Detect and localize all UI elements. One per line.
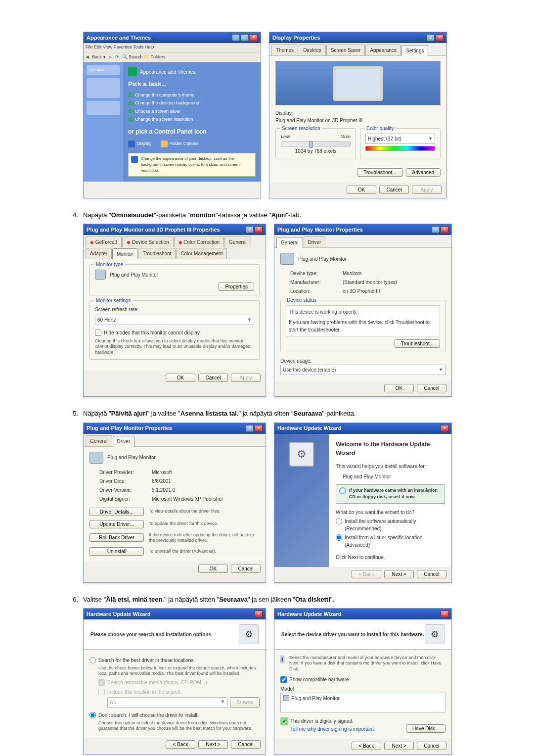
- tab-troubleshoot[interactable]: Troubleshoot: [138, 248, 176, 259]
- color-bar: [365, 146, 435, 151]
- task-item[interactable]: Change the desktop background: [128, 100, 256, 107]
- troubleshoot-button[interactable]: Troubleshoot...: [395, 339, 440, 348]
- model-label: Model: [280, 685, 445, 693]
- apply-button[interactable]: Apply: [231, 374, 261, 382]
- properties-button[interactable]: Properties: [219, 283, 254, 291]
- browse-button: Browse: [230, 697, 260, 708]
- task-item[interactable]: Choose a screen saver: [128, 108, 256, 115]
- close-icon[interactable]: ×: [255, 425, 263, 432]
- pnp-monitor-driver-dialog: Plug and Play Monitor Properties ?× Gene…: [83, 423, 266, 583]
- pnp-monitor-general-dialog: Plug and Play Monitor Properties ? × Gen…: [274, 224, 452, 397]
- monitor-type-group: Monitor type: [94, 261, 125, 268]
- device-usage-select[interactable]: Use this device (enable)▼: [280, 365, 445, 375]
- back-button[interactable]: < Back: [166, 740, 195, 749]
- tab-screensaver[interactable]: Screen Saver: [326, 45, 365, 55]
- monitor-name: Plug and Play Monitor: [110, 271, 158, 279]
- tab-general[interactable]: General: [224, 236, 251, 247]
- close-icon[interactable]: ×: [441, 425, 448, 432]
- control-panel-window: Appearance and Themes _ □ × File Edit Vi…: [83, 32, 261, 198]
- tab-desktop[interactable]: Desktop: [299, 45, 326, 55]
- status-text-area: This device is working properly. If you …: [286, 305, 440, 336]
- tab-settings[interactable]: Settings: [401, 45, 428, 56]
- install-list-radio[interactable]: [336, 534, 342, 541]
- help-icon[interactable]: ?: [432, 226, 440, 233]
- close-icon[interactable]: ×: [255, 226, 263, 233]
- apply-button[interactable]: Apply: [412, 186, 442, 194]
- tab-themes[interactable]: Themes: [271, 45, 298, 55]
- tab-general[interactable]: General: [276, 237, 303, 248]
- cp-icon-folder-options[interactable]: Folder Options: [161, 141, 199, 147]
- cd-hint-box: If your hardware came with an installati…: [336, 484, 445, 504]
- next-button[interactable]: Next >: [384, 742, 414, 750]
- signing-info-link[interactable]: Tell me why driver signing is important: [290, 726, 374, 732]
- refresh-rate-select[interactable]: 60 Hertz▼: [95, 315, 254, 325]
- window-title: Display Properties: [272, 34, 320, 42]
- maximize-icon[interactable]: □: [241, 34, 249, 41]
- tab-adapter[interactable]: Adapter: [86, 248, 112, 259]
- display-properties-dialog: Display Properties ? × Themes Desktop Sc…: [269, 32, 447, 198]
- tab-geforce[interactable]: ◆ GeForce3: [86, 236, 122, 247]
- display-icon: [131, 156, 138, 163]
- task-item[interactable]: Change the computer's theme: [128, 92, 256, 99]
- monitor-icon: [280, 253, 294, 265]
- uninstall-button[interactable]: Uninstall: [89, 547, 144, 556]
- pick-task-heading: Pick a task...: [128, 79, 256, 89]
- tab-colormgmt[interactable]: Color Management: [176, 248, 227, 259]
- close-icon[interactable]: ×: [255, 611, 263, 617]
- tab-colorcorr[interactable]: ◆ Color Correction: [174, 236, 224, 247]
- cancel-button[interactable]: Cancel: [417, 384, 446, 392]
- have-disk-button[interactable]: Have Disk...: [406, 724, 445, 733]
- minimize-icon[interactable]: _: [232, 34, 240, 41]
- ok-button[interactable]: OK: [198, 565, 228, 573]
- ok-button[interactable]: OK: [347, 186, 376, 194]
- cancel-button[interactable]: Cancel: [198, 374, 228, 382]
- help-icon[interactable]: ?: [427, 34, 435, 41]
- ok-button[interactable]: OK: [384, 384, 414, 392]
- ok-button[interactable]: OK: [166, 374, 195, 382]
- close-icon[interactable]: ×: [441, 611, 448, 617]
- close-icon[interactable]: ×: [436, 34, 444, 41]
- rollback-driver-button[interactable]: Roll Back Driver: [89, 533, 144, 542]
- back-button[interactable]: < Back: [352, 742, 381, 750]
- tab-general[interactable]: General: [86, 435, 112, 446]
- cancel-button[interactable]: Cancel: [231, 565, 261, 573]
- show-compatible-checkbox[interactable]: [280, 676, 287, 683]
- tab-driver[interactable]: Driver: [304, 236, 326, 247]
- hide-modes-checkbox[interactable]: [95, 330, 101, 336]
- task-item[interactable]: Change the screen resolution: [128, 116, 256, 123]
- next-button[interactable]: Next >: [198, 740, 228, 749]
- resolution-slider[interactable]: [281, 142, 351, 146]
- next-button[interactable]: Next >: [384, 570, 414, 578]
- dont-search-radio[interactable]: [89, 712, 96, 718]
- monitor-3d-properties-dialog: Plug and Play Monitor and 3D Prophet III…: [83, 224, 266, 397]
- close-icon[interactable]: ×: [250, 34, 258, 41]
- tab-devsel[interactable]: ◆ Device Selection: [122, 236, 173, 247]
- tab-driver[interactable]: Driver: [113, 436, 135, 447]
- cancel-button[interactable]: Cancel: [417, 570, 446, 578]
- tab-appearance[interactable]: Appearance: [365, 45, 401, 55]
- info-icon: ℹ: [280, 655, 284, 663]
- search-best-radio[interactable]: [89, 657, 96, 663]
- model-listbox[interactable]: Plug and Play Monitor: [280, 693, 445, 712]
- cp-icon-display[interactable]: Display: [128, 141, 152, 147]
- device-status-group: Device status: [285, 296, 318, 304]
- wizard-header-text: Select the device driver you want to ins…: [281, 631, 424, 638]
- cancel-button[interactable]: Cancel: [417, 742, 446, 750]
- advanced-button[interactable]: Advanced: [406, 168, 441, 177]
- back-button[interactable]: < Back: [352, 570, 381, 578]
- color-group: Color quality: [364, 125, 396, 132]
- cancel-button[interactable]: Cancel: [231, 740, 261, 749]
- window-title: Plug and Play Monitor Properties: [277, 226, 363, 234]
- update-driver-button[interactable]: Update Driver...: [89, 520, 144, 528]
- tab-monitor[interactable]: Monitor: [112, 248, 137, 259]
- monitor-icon: [89, 452, 103, 464]
- monitor-icon: [283, 695, 289, 701]
- help-icon[interactable]: ?: [246, 226, 254, 233]
- cancel-button[interactable]: Cancel: [379, 186, 409, 194]
- troubleshoot-button[interactable]: Troubleshoot...: [357, 168, 402, 177]
- color-quality-select[interactable]: Highest (32 bit)▼: [365, 134, 435, 144]
- help-icon[interactable]: ?: [246, 425, 254, 432]
- install-auto-radio[interactable]: [336, 518, 342, 524]
- close-icon[interactable]: ×: [441, 226, 448, 233]
- driver-details-button[interactable]: Driver Details...: [89, 508, 144, 516]
